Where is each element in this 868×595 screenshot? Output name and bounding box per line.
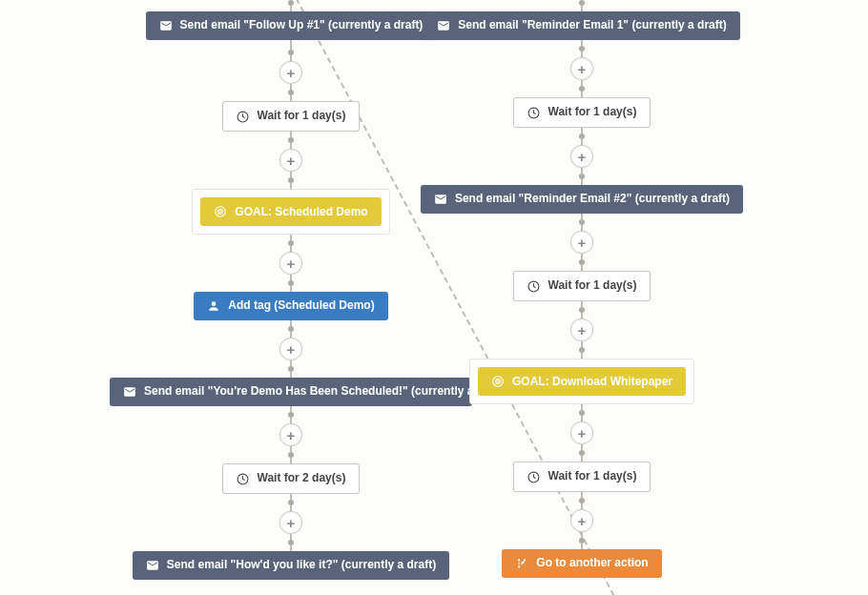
wait-node-label: Wait for 1 day(s) (548, 279, 637, 292)
add-step-button[interactable]: + (279, 61, 302, 84)
connector-line (290, 40, 292, 50)
clock-icon (527, 279, 541, 293)
wait-node-label: Wait for 1 day(s) (548, 106, 637, 118)
wait-node-1day-a[interactable]: Wait for 1 day(s) (222, 101, 361, 132)
mail-icon (123, 385, 136, 399)
wait-node-label: Wait for 2 day(s) (258, 472, 346, 484)
wait-node-label: Wait for 1 day(s) (548, 470, 637, 482)
add-step-button[interactable]: + (279, 338, 302, 360)
wait-node-1day-r3[interactable]: Wait for 1 day(s) (513, 462, 651, 492)
goal-node-label: GOAL: Scheduled Demo (235, 205, 367, 218)
clock-icon (237, 472, 250, 485)
goal-node-label: GOAL: Download Whitepaper (512, 375, 672, 388)
mail-icon (159, 19, 173, 32)
person-icon (207, 299, 220, 313)
goal-node-scheduled-demo[interactable]: GOAL: Scheduled Demo (192, 189, 389, 235)
email-node-label: Send email "Reminder Email #2" (currentl… (455, 193, 730, 205)
target-icon (214, 205, 227, 218)
email-node-reminder-2[interactable]: Send email "Reminder Email #2" (currentl… (421, 185, 743, 214)
wait-node-1day-r2[interactable]: Wait for 1 day(s) (513, 271, 651, 301)
clock-icon (527, 106, 541, 119)
branch-icon (515, 557, 528, 570)
add-step-button[interactable]: + (279, 511, 302, 534)
tag-node-scheduled-demo[interactable]: Add tag (Scheduled Demo) (194, 292, 387, 320)
mail-icon (437, 19, 450, 32)
clock-icon (237, 110, 250, 123)
target-icon (491, 375, 505, 388)
goto-node[interactable]: Go to another action (502, 549, 661, 578)
email-node-label: Send email "Reminder Email 1" (currently… (458, 19, 726, 31)
add-step-button[interactable]: + (570, 509, 593, 532)
add-step-button[interactable]: + (570, 145, 593, 168)
email-node-label: Send email "Follow Up #1" (currently a d… (180, 19, 424, 31)
add-step-button[interactable]: + (570, 318, 593, 341)
add-step-button[interactable]: + (279, 423, 302, 446)
add-step-button[interactable]: + (279, 252, 302, 275)
wait-node-1day-r1[interactable]: Wait for 1 day(s) (513, 97, 651, 128)
workflow-branch-right: Send email "Reminder Email 1" (currently… (391, 0, 773, 578)
mail-icon (146, 559, 159, 572)
clock-icon (527, 470, 541, 483)
goal-node-download-whitepaper[interactable]: GOAL: Download Whitepaper (469, 359, 694, 404)
tag-node-label: Add tag (Scheduled Demo) (228, 299, 374, 312)
goto-node-label: Go to another action (536, 557, 648, 569)
add-step-button[interactable]: + (570, 57, 593, 80)
wait-node-label: Wait for 1 day(s) (258, 110, 346, 122)
add-step-button[interactable]: + (570, 231, 593, 254)
mail-icon (434, 193, 447, 206)
add-step-button[interactable]: + (570, 421, 593, 444)
add-step-button[interactable]: + (279, 149, 302, 172)
email-node-reminder-1[interactable]: Send email "Reminder Email 1" (currently… (424, 11, 739, 40)
wait-node-2days[interactable]: Wait for 2 day(s) (222, 463, 361, 494)
